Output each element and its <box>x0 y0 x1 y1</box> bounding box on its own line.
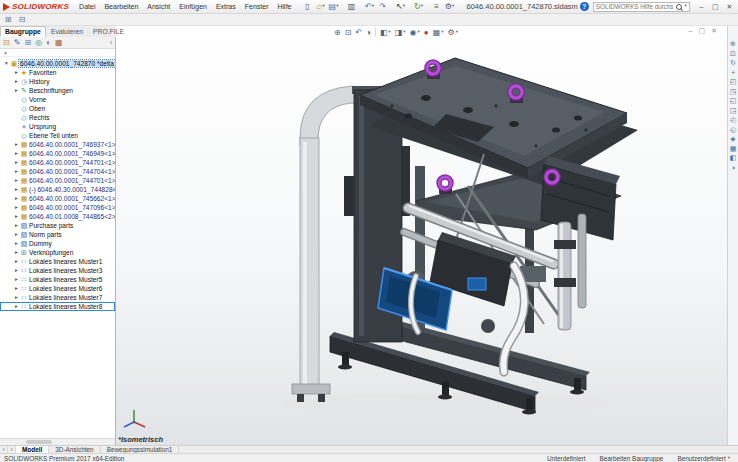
expand-icon[interactable]: ▸ <box>13 223 20 229</box>
tree-item-pattern-3[interactable]: ▸ ∷ Lokales lineares Muster3 <box>0 266 115 275</box>
tab-bewegungssimulation[interactable]: Bewegungssimulation1 <box>101 446 180 453</box>
dimxpert-manager-tab-icon[interactable]: ◎ <box>35 39 42 47</box>
graphics-viewport[interactable]: ⊕ ⊡ ↶ ◑ ◧▾ ◨▾ ◉▾ ● ▦▾ ⚙▾ – ▢ ✕ <box>116 26 727 445</box>
property-manager-tab-icon[interactable]: ✎ <box>14 39 21 47</box>
tree-horizontal-scrollbar[interactable] <box>0 438 115 445</box>
menu-fenster[interactable]: Fenster <box>241 1 273 12</box>
apply-scene-button[interactable]: ▦▾ <box>433 28 444 37</box>
display-style-button[interactable]: ◨▾ <box>395 28 406 37</box>
right-view-icon[interactable]: ◲ <box>730 107 737 114</box>
tab-baugruppe[interactable]: Baugruppe <box>0 26 46 37</box>
tree-item-pattern-7[interactable]: ▸ ∷ Lokales lineares Muster7 <box>0 293 115 302</box>
close-button[interactable]: ✕ <box>723 1 736 12</box>
filter-icon[interactable]: ▼ <box>3 50 8 56</box>
isometric-view-icon[interactable]: ◈ <box>730 135 735 142</box>
wireframe-style-icon[interactable]: ▦ <box>730 145 737 152</box>
tab-evaluieren[interactable]: Evaluieren <box>46 26 88 37</box>
zoom-area-button[interactable]: ⊡ <box>345 28 352 37</box>
expand-icon[interactable]: ▸ <box>13 169 20 175</box>
document-restore-button[interactable]: ▢ <box>699 27 706 35</box>
tree-item-mates[interactable]: ▸ ⊞ Verknüpfungen <box>0 248 115 257</box>
units-dropdown[interactable]: Benutzerdefiniert ▾ <box>677 455 730 462</box>
chevron-down-icon[interactable]: ▾ <box>685 4 687 9</box>
expand-icon[interactable]: ▸ <box>13 250 20 256</box>
shaded-style-icon[interactable]: ◧ <box>730 154 737 161</box>
profile-manager-tab-icon[interactable]: ▦ <box>55 39 63 47</box>
expand-icon[interactable]: ▸ <box>13 205 20 211</box>
tree-item-annotations[interactable]: ▸ ✎ Beschriftungen <box>0 86 115 95</box>
print-button[interactable]: ▥ <box>346 1 358 12</box>
tree-item-favorites[interactable]: ▸ ★ Favoriten <box>0 68 115 77</box>
feature-manager-tab-icon[interactable]: ⊟ <box>3 39 10 47</box>
tree-item-folder-dummy[interactable]: ▸ ▧ Dummy <box>0 239 115 248</box>
expand-icon[interactable]: ▸ <box>13 277 20 283</box>
tree-root-assembly[interactable]: ▾ ▣ 6046.40.00.0001_742870 *delta picker… <box>0 59 115 68</box>
left-view-icon[interactable]: ◱ <box>730 97 737 104</box>
collapse-icon[interactable]: ▾ <box>3 61 10 67</box>
expand-icon[interactable]: ▸ <box>13 142 20 148</box>
open-document-button[interactable]: ▱▾ <box>315 1 327 12</box>
tree-item-pattern-5[interactable]: ▸ ∷ Lokales lineares Muster5 <box>0 275 115 284</box>
pan-view-icon[interactable]: + <box>731 69 735 76</box>
tree-item-pattern-8[interactable]: ▸ ∷ Lokales lineares Muster8 <box>0 302 115 311</box>
assembly-tool-button-1[interactable]: ⊞ <box>2 14 14 25</box>
tree-item-plane-top[interactable]: ◇ Oben <box>0 104 115 113</box>
previous-view-button[interactable]: ↶ <box>355 28 362 37</box>
expand-icon[interactable]: ▸ <box>13 286 20 292</box>
tree-item-component-quickchange[interactable]: ▸ ▦ 6046.40.00.0001_745662<1> "quickch <box>0 194 115 203</box>
tree-item-origin[interactable]: ⌖ Ursprung <box>0 122 115 131</box>
tree-item-component-slide-sheet[interactable]: ▸ ▦ 6046.40.01.0008_744865<2> "slide she <box>0 212 115 221</box>
search-icon[interactable] <box>675 3 683 11</box>
expand-icon[interactable]: ▸ <box>13 259 20 265</box>
zoom-area-icon[interactable]: ⊡ <box>730 50 736 57</box>
view-orientation-button[interactable]: ◧▾ <box>380 28 391 37</box>
menu-ansicht[interactable]: Ansicht <box>143 1 174 12</box>
tab-3d-ansichten[interactable]: 3D-Ansichten <box>49 446 100 453</box>
assembly-tool-button-2[interactable]: ⊟ <box>16 14 28 25</box>
menu-datei[interactable]: Datei <box>75 1 99 12</box>
tree-item-history[interactable]: ▸ ◷ History <box>0 77 115 86</box>
expand-icon[interactable]: ▸ <box>13 160 20 166</box>
bottom-view-icon[interactable]: ◵ <box>730 126 736 133</box>
zoom-fit-button[interactable]: ⊕ <box>334 28 341 37</box>
expand-icon[interactable]: ▸ <box>13 268 20 274</box>
cad-model[interactable] <box>116 26 727 445</box>
tree-item-component-collection[interactable]: ▸ ▦ 6046.40.00.0001_746949<1> "collectio <box>0 149 115 158</box>
file-properties-button[interactable]: ≡ <box>431 1 443 12</box>
expand-icon[interactable]: ▸ <box>13 187 20 193</box>
tree-item-pattern-1[interactable]: ▸ ∷ Lokales lineares Muster1 <box>0 257 115 266</box>
save-button[interactable]: ▤▾ <box>328 1 340 12</box>
tree-item-plane-right[interactable]: ◇ Rechts <box>0 113 115 122</box>
tab-modell[interactable]: Modell <box>16 446 49 453</box>
display-manager-tab-icon[interactable]: ◐ <box>46 39 51 47</box>
tree-filter-row[interactable]: ▼ <box>0 49 115 57</box>
tree-item-component-reference-1[interactable]: ▸ ▦ 6046.40.00.0001_744701<1> "referenz <box>0 158 115 167</box>
tab-profile[interactable]: PRO.FILE <box>88 26 129 37</box>
new-document-button[interactable]: ▯ <box>302 1 314 12</box>
rebuild-button[interactable]: ↻▾ <box>413 1 425 12</box>
tree-item-folder-norm-parts[interactable]: ▸ ▧ Norm parts <box>0 230 115 239</box>
menu-extras[interactable]: Extras <box>212 1 240 12</box>
tree-item-component-reference-2[interactable]: ▸ ▦ 6046.40.00.0001_744701<1> "referenz <box>0 176 115 185</box>
expand-icon[interactable]: ▸ <box>13 214 20 220</box>
search-input[interactable] <box>596 3 673 10</box>
top-view-icon[interactable]: ◴ <box>730 116 736 123</box>
zoom-fit-icon[interactable]: ⊕ <box>730 40 736 47</box>
expand-icon[interactable]: ▸ <box>13 304 20 310</box>
document-close-button[interactable]: ✕ <box>711 27 717 35</box>
back-view-icon[interactable]: ◳ <box>730 88 737 95</box>
redo-button[interactable]: ↷ <box>377 1 389 12</box>
expand-icon[interactable]: ▸ <box>13 178 20 184</box>
expand-icon[interactable]: ▸ <box>13 196 20 202</box>
tree-item-folder-purchase-parts[interactable]: ▸ ▧ Purchase parts <box>0 221 115 230</box>
scrollbar-thumb[interactable] <box>26 440 52 444</box>
document-minimize-button[interactable]: – <box>689 27 693 35</box>
expand-icon[interactable]: ▸ <box>13 151 20 157</box>
tree-item-plane-part-bottom[interactable]: ◇ Ebene Teil unten <box>0 131 115 140</box>
expand-icon[interactable]: ▸ <box>13 88 20 94</box>
tree-item-component-cable[interactable]: ▸ ▦ (-) 6046.40.30.0001_744828<1> "cable <box>0 185 115 194</box>
section-view-button[interactable]: ◑ <box>366 28 371 37</box>
undo-button[interactable]: ↶▾ <box>364 1 376 12</box>
maximize-button[interactable]: ▢ <box>709 1 722 12</box>
tab-scroll-left-button[interactable]: ‹ <box>0 446 8 453</box>
